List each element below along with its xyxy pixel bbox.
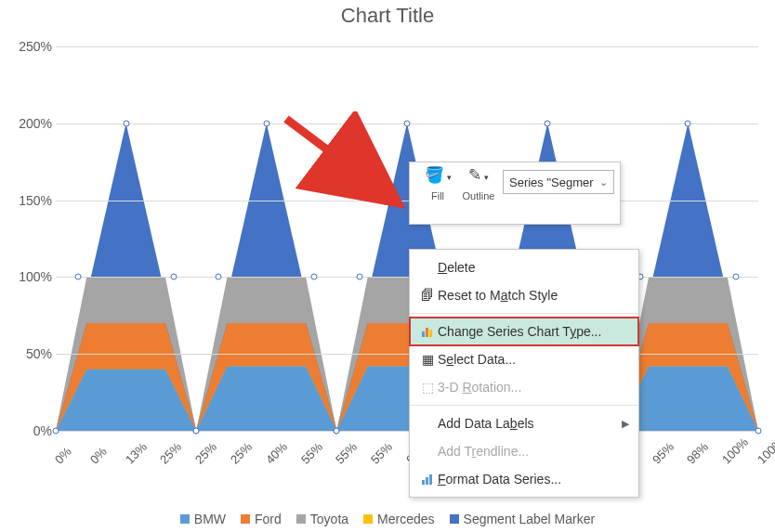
x-tick-label: 0% (87, 445, 110, 467)
legend-label: BMW (194, 512, 226, 526)
svg-rect-3 (429, 330, 432, 337)
x-tick-label: 25% (157, 440, 184, 467)
outline-label: Outline (463, 190, 495, 201)
chevron-down-icon: ⌄ (599, 176, 608, 188)
menu-item-delete[interactable]: Delete (410, 253, 638, 281)
menu-item-add-labels[interactable]: Add Data Labels▶ (410, 409, 638, 437)
legend-swatch (296, 514, 306, 524)
chevron-down-icon: ▾ (484, 173, 489, 182)
x-tick-label: 100% (755, 435, 775, 466)
cube-icon: ⬚ (417, 380, 438, 395)
selection-handle[interactable] (311, 274, 318, 280)
x-tick-label: 25% (192, 440, 219, 467)
legend-item[interactable]: Segment Label Marker (450, 512, 596, 526)
menu-item-format[interactable]: Format Data Series... (410, 465, 638, 493)
x-tick-label: 95% (650, 440, 676, 467)
svg-rect-6 (429, 474, 432, 485)
x-tick-label: 100% (719, 435, 751, 466)
menu-separator (410, 313, 638, 314)
x-tick-label: 98% (684, 440, 711, 467)
selection-handle[interactable] (685, 120, 691, 126)
gridline (56, 431, 758, 432)
svg-rect-4 (422, 480, 425, 485)
submenu-arrow-icon: ▶ (622, 418, 629, 430)
legend-label: Segment Label Marker (464, 512, 596, 526)
selection-handle[interactable] (75, 274, 82, 280)
selection-handle[interactable] (53, 428, 59, 435)
chevron-down-icon: ▾ (447, 173, 452, 182)
outline-button[interactable]: ✎▾ Outline (458, 166, 499, 201)
x-tick-label: 55% (298, 440, 325, 467)
pen-icon: ✎ (468, 166, 481, 184)
reset-icon: 🗐 (417, 288, 438, 303)
menu-item-rotation: ⬚3-D Rotation... (410, 373, 638, 401)
y-tick-label: 250% (7, 39, 52, 54)
legend-item[interactable]: Mercedes (363, 512, 434, 526)
menu-item-label: Select Data... (438, 352, 629, 367)
selection-handle[interactable] (404, 120, 411, 126)
legend-item[interactable]: Toyota (296, 512, 348, 526)
y-tick-label: 0% (7, 423, 52, 438)
y-tick-label: 50% (7, 346, 52, 361)
svg-rect-5 (426, 477, 428, 485)
chart-icon (417, 325, 438, 338)
x-tick-label: 55% (333, 440, 360, 467)
plot-area[interactable] (56, 46, 758, 431)
chart-area[interactable]: 0%0%13%25%25%25%40%55%55%55%65%75%75%75%… (7, 33, 768, 455)
menu-item-change-type[interactable]: Change Series Chart Type... (410, 318, 638, 345)
series-selector-text: Series "Segmer (509, 175, 594, 189)
selection-handle[interactable] (356, 274, 362, 280)
fill-label: Fill (431, 190, 444, 201)
legend-label: Ford (255, 512, 282, 526)
series-selector[interactable]: Series "Segmer ⌄ (503, 170, 614, 194)
legend-swatch (241, 514, 250, 524)
selection-handle[interactable] (123, 120, 129, 126)
selection-handle[interactable] (545, 120, 551, 126)
x-tick-label: 55% (368, 440, 395, 467)
bars-icon (417, 473, 438, 486)
x-tick-label: 0% (52, 445, 74, 467)
selection-handle[interactable] (216, 274, 222, 280)
mini-toolbar: 🪣▾ Fill ✎▾ Outline Series "Segmer ⌄ (409, 162, 621, 225)
legend-swatch (450, 514, 459, 524)
legend-label: Toyota (310, 512, 348, 526)
svg-rect-1 (422, 331, 425, 337)
x-tick-label: 13% (123, 440, 150, 467)
menu-item-label: Add Data Labels (438, 416, 622, 431)
gridline (56, 201, 758, 201)
menu-item-add-trend: Add Trendline... (410, 437, 638, 465)
gridline (56, 277, 758, 278)
menu-item-label: 3-D Rotation... (438, 380, 629, 395)
grid-icon: ▦ (417, 352, 438, 367)
selection-handle[interactable] (732, 274, 739, 280)
legend: BMWFordToyotaMercedesSegment Label Marke… (0, 512, 775, 526)
menu-item-label: Add Trendline... (438, 444, 629, 459)
gridline (56, 46, 758, 47)
stacked-area-chart[interactable] (56, 46, 758, 431)
y-tick-label: 150% (7, 193, 52, 208)
y-tick-label: 100% (7, 269, 52, 284)
menu-item-label: Change Series Chart Type... (438, 324, 629, 339)
paint-bucket-icon: 🪣 (425, 166, 444, 184)
selection-handle[interactable] (193, 428, 200, 435)
menu-item-label: Delete (438, 260, 629, 275)
menu-item-reset[interactable]: 🗐Reset to Match Style (410, 281, 638, 309)
menu-separator (410, 405, 638, 406)
selection-handle[interactable] (171, 274, 177, 280)
x-tick-label: 25% (228, 440, 255, 467)
gridline (56, 354, 758, 355)
selection-handle[interactable] (755, 428, 762, 435)
y-tick-label: 200% (7, 116, 52, 131)
legend-item[interactable]: Ford (241, 512, 282, 526)
legend-swatch (180, 514, 190, 524)
svg-rect-2 (426, 328, 428, 337)
selection-handle[interactable] (334, 428, 340, 435)
legend-item[interactable]: BMW (180, 512, 226, 526)
menu-item-label: Format Data Series... (438, 472, 629, 487)
fill-button[interactable]: 🪣▾ Fill (417, 166, 458, 201)
menu-item-select-data[interactable]: ▦Select Data... (410, 345, 638, 373)
menu-item-label: Reset to Match Style (438, 288, 629, 303)
selection-handle[interactable] (263, 120, 269, 126)
x-tick-label: 40% (263, 440, 290, 467)
series-bmw[interactable] (56, 366, 758, 431)
